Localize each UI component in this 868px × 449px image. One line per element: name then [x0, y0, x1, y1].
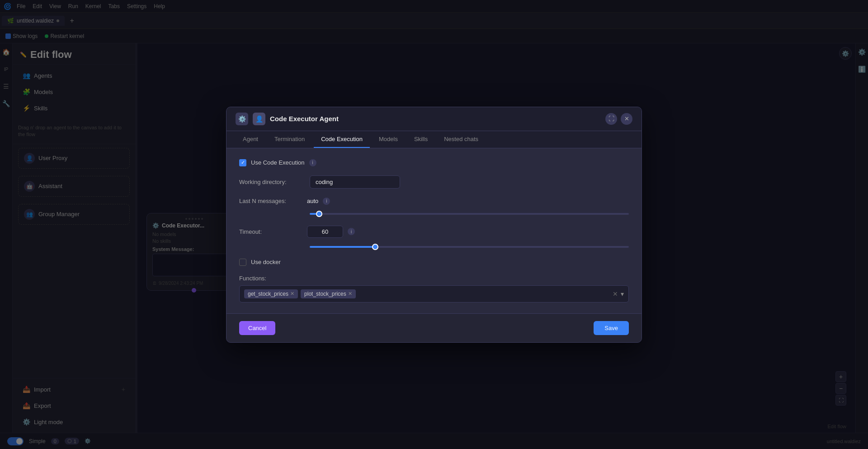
use-docker-checkbox[interactable] [239, 259, 246, 266]
last-n-messages-value: auto [307, 198, 318, 204]
tab-termination[interactable]: Termination [267, 131, 312, 148]
modal-overlay: ⚙️ 👤 Code Executor Agent ⛶ ✕ Agent Termi… [0, 0, 868, 449]
use-docker-row: Use docker [239, 259, 629, 266]
modal-expand-btn[interactable]: ⛶ [605, 113, 617, 125]
cancel-button[interactable]: Cancel [239, 321, 275, 335]
tab-nested-chats[interactable]: Nested chats [437, 131, 486, 148]
last-n-messages-label: Last N messages: [239, 198, 302, 204]
last-n-slider[interactable] [310, 213, 629, 215]
func-plot-stock-label: plot_stock_prices [304, 291, 346, 297]
last-n-slider-wrapper [239, 208, 629, 217]
functions-actions: ✕ ▾ [613, 290, 624, 298]
func-plot-stock-remove[interactable]: ✕ [348, 291, 352, 297]
code-executor-modal: ⚙️ 👤 Code Executor Agent ⛶ ✕ Agent Termi… [226, 107, 642, 343]
modal-header-right: ⛶ ✕ [605, 113, 632, 125]
functions-section: Functions: get_stock_prices ✕ plot_stock… [239, 275, 629, 302]
tab-agent[interactable]: Agent [236, 131, 265, 148]
timeout-slider-wrapper [239, 241, 629, 250]
modal-header: ⚙️ 👤 Code Executor Agent ⛶ ✕ [226, 107, 642, 131]
use-code-execution-row: Use Code Execution i [239, 159, 629, 166]
last-n-messages-row: Last N messages: auto i [239, 198, 629, 205]
save-button[interactable]: Save [594, 321, 629, 335]
working-directory-label: Working directory: [239, 179, 302, 185]
modal-agent-icon: ⚙️ [236, 113, 248, 125]
modal-header-left: ⚙️ 👤 Code Executor Agent [236, 113, 339, 125]
timeout-row: Timeout: i [239, 226, 629, 238]
modal-close-btn[interactable]: ✕ [621, 113, 632, 125]
timeout-slider[interactable] [310, 246, 629, 248]
tab-skills[interactable]: Skills [407, 131, 435, 148]
timeout-section: Timeout: i [239, 226, 629, 250]
modal-agent-icon2: 👤 [253, 113, 265, 125]
functions-dropdown-btn[interactable]: ▾ [621, 290, 624, 298]
use-docker-label: Use docker [251, 259, 281, 265]
timeout-input[interactable] [307, 226, 343, 238]
func-tag-get-stock: get_stock_prices ✕ [244, 289, 298, 298]
use-code-execution-info: i [309, 159, 316, 166]
timeout-info: i [348, 228, 355, 235]
last-n-info: i [323, 198, 330, 205]
functions-clear-btn[interactable]: ✕ [613, 290, 618, 298]
modal-footer: Cancel Save [226, 313, 642, 342]
use-code-execution-label: Use Code Execution [251, 159, 305, 166]
functions-label: Functions: [239, 275, 629, 282]
modal-tabs: Agent Termination Code Execution Models … [226, 131, 642, 148]
func-tag-plot-stock: plot_stock_prices ✕ [301, 289, 356, 298]
working-directory-input[interactable] [310, 175, 400, 189]
modal-body: Use Code Execution i Working directory: … [226, 148, 642, 313]
functions-box: get_stock_prices ✕ plot_stock_prices ✕ ✕… [239, 285, 629, 302]
func-get-stock-label: get_stock_prices [248, 291, 288, 297]
tab-code-execution[interactable]: Code Execution [314, 131, 370, 148]
modal-title: Code Executor Agent [270, 115, 339, 123]
timeout-label: Timeout: [239, 228, 302, 235]
tab-models[interactable]: Models [372, 131, 405, 148]
working-directory-row: Working directory: [239, 175, 629, 189]
use-code-execution-checkbox[interactable] [239, 159, 246, 166]
func-get-stock-remove[interactable]: ✕ [290, 291, 294, 297]
